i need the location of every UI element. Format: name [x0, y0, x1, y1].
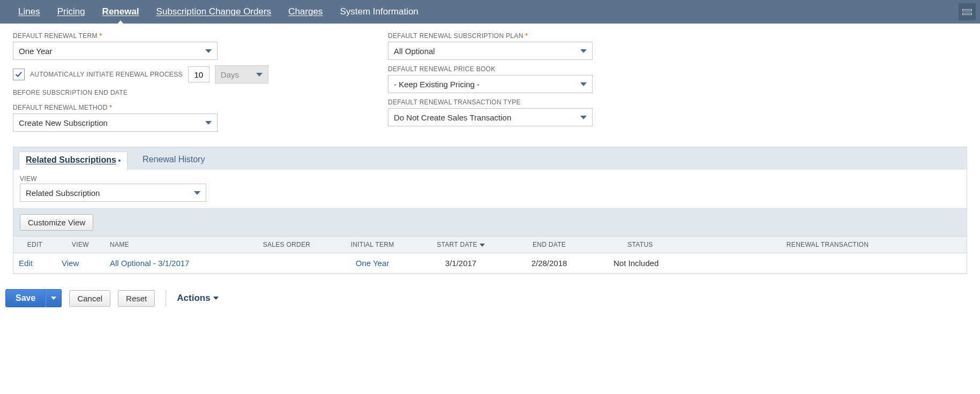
- actions-menu[interactable]: Actions: [177, 293, 218, 304]
- col-view[interactable]: VIEW: [56, 237, 104, 253]
- col-sales-order[interactable]: SALES ORDER: [244, 237, 330, 253]
- tab-pricing[interactable]: Pricing: [49, 0, 94, 24]
- chevron-down-icon: [194, 191, 200, 195]
- separator: [166, 290, 166, 306]
- default-renewal-method-value: Create New Subscription: [19, 118, 108, 127]
- subtab-bar: Related Subscriptions Renewal History: [13, 147, 967, 170]
- col-start-date[interactable]: START DATE: [415, 237, 506, 253]
- view-select[interactable]: Related Subscription: [20, 184, 206, 202]
- default-renewal-price-book-value: - Keep Existing Pricing -: [394, 80, 480, 89]
- chevron-down-icon: [580, 49, 587, 53]
- default-renewal-term-value: One Year: [19, 47, 53, 56]
- subtab-related-subscriptions[interactable]: Related Subscriptions: [19, 151, 128, 170]
- default-renewal-txn-type-select[interactable]: Do Not Create Sales Transaction: [388, 108, 593, 126]
- related-subscriptions-table: EDIT VIEW NAME SALES ORDER INITIAL TERM …: [13, 236, 967, 274]
- auto-initiate-checkbox[interactable]: [13, 69, 25, 80]
- cancel-button[interactable]: Cancel: [69, 290, 110, 307]
- default-renewal-method-label: DEFAULT RENEWAL METHOD: [13, 104, 356, 111]
- row-start-date: 3/1/2017: [415, 253, 506, 274]
- top-tab-bar: Lines Pricing Renewal Subscription Chang…: [0, 0, 980, 24]
- default-renewal-plan-value: All Optional: [394, 47, 435, 56]
- default-renewal-plan-label: DEFAULT RENEWAL SUBSCRIPTION PLAN: [388, 32, 709, 40]
- reset-button[interactable]: Reset: [118, 290, 155, 307]
- row-end-date: 2/28/2018: [506, 253, 592, 274]
- row-renewal-transaction: [689, 253, 967, 274]
- default-renewal-price-book-select[interactable]: - Keep Existing Pricing -: [388, 75, 593, 93]
- default-renewal-price-book-label: DEFAULT RENEWAL PRICE BOOK: [388, 65, 709, 73]
- dot-indicator-icon: [118, 160, 121, 162]
- save-button[interactable]: Save: [5, 289, 46, 307]
- col-edit[interactable]: EDIT: [13, 237, 56, 253]
- chevron-down-icon: [580, 116, 587, 119]
- row-view-link[interactable]: View: [62, 259, 79, 268]
- col-status[interactable]: STATUS: [592, 237, 689, 253]
- default-renewal-txn-type-value: Do Not Create Sales Transaction: [394, 113, 511, 122]
- default-renewal-plan-select[interactable]: All Optional: [388, 42, 593, 60]
- subtab-renewal-history[interactable]: Renewal History: [140, 151, 207, 170]
- tab-renewal[interactable]: Renewal: [94, 0, 148, 24]
- auto-initiate-label: AUTOMATICALLY INITIATE RENEWAL PROCESS: [30, 71, 183, 78]
- default-renewal-method-select[interactable]: Create New Subscription: [13, 113, 218, 132]
- auto-initiate-unit-select[interactable]: Days: [215, 65, 268, 84]
- chevron-down-icon: [580, 82, 587, 86]
- chevron-down-icon: [205, 121, 212, 125]
- footer-actions: Save Cancel Reset Actions: [0, 274, 980, 318]
- tab-lines[interactable]: Lines: [10, 0, 49, 24]
- chevron-down-icon: [213, 297, 219, 300]
- auto-initiate-days-input[interactable]: [188, 66, 210, 82]
- before-subscription-end-date-label: BEFORE SUBSCRIPTION END DATE: [13, 89, 356, 96]
- col-name[interactable]: NAME: [104, 237, 244, 253]
- customize-view-button[interactable]: Customize View: [20, 214, 93, 231]
- row-status: Not Included: [592, 253, 689, 274]
- default-renewal-term-label: DEFAULT RENEWAL TERM: [13, 32, 356, 40]
- col-end-date[interactable]: END DATE: [506, 237, 592, 253]
- view-label: VIEW: [20, 175, 960, 183]
- auto-initiate-unit-value: Days: [221, 70, 239, 79]
- check-icon: [15, 71, 23, 78]
- row-name-link[interactable]: All Optional - 3/1/2017: [110, 259, 189, 268]
- overflow-menu-icon[interactable]: [959, 3, 976, 20]
- row-sales-order: [244, 253, 330, 274]
- tab-system-information[interactable]: System Information: [331, 0, 427, 24]
- sort-desc-icon: [480, 244, 485, 247]
- col-renewal-transaction[interactable]: RENEWAL TRANSACTION: [689, 237, 967, 253]
- renewal-form: DEFAULT RENEWAL TERM One Year AUTOMATICA…: [0, 24, 980, 147]
- tab-subscription-change-orders[interactable]: Subscription Change Orders: [148, 0, 280, 24]
- row-edit-link[interactable]: Edit: [19, 259, 33, 268]
- chevron-down-icon: [205, 49, 212, 53]
- table-row: Edit View All Optional - 3/1/2017 One Ye…: [13, 253, 967, 274]
- default-renewal-term-select[interactable]: One Year: [13, 42, 218, 60]
- chevron-down-icon: [256, 73, 263, 77]
- tab-charges[interactable]: Charges: [280, 0, 331, 24]
- default-renewal-txn-type-label: DEFAULT RENEWAL TRANSACTION TYPE: [388, 98, 709, 106]
- col-initial-term[interactable]: INITIAL TERM: [330, 237, 415, 253]
- row-initial-term-link[interactable]: One Year: [356, 259, 390, 268]
- save-dropdown-button[interactable]: [46, 289, 62, 307]
- related-subscriptions-panel: Related Subscriptions Renewal History VI…: [13, 147, 967, 274]
- view-value: Related Subscription: [26, 188, 100, 198]
- chevron-down-icon: [51, 297, 56, 300]
